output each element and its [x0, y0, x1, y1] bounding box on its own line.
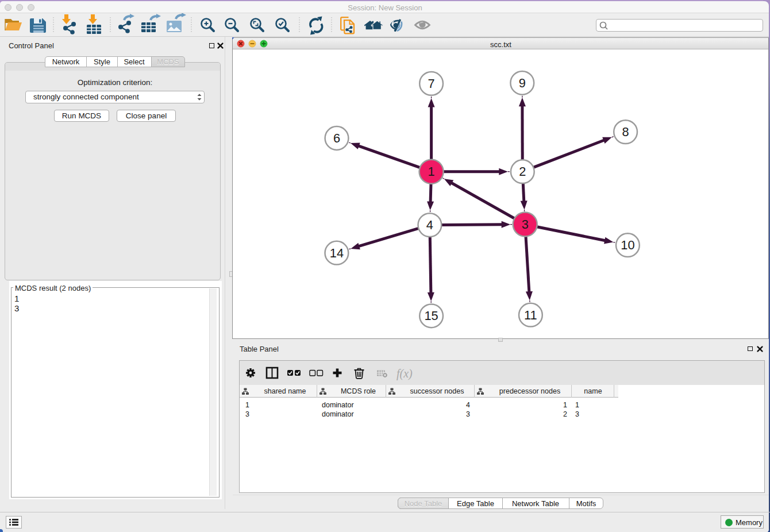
svg-text:1: 1 [428, 164, 435, 179]
svg-text:4: 4 [426, 218, 433, 232]
svg-text:3: 3 [522, 217, 529, 232]
svg-text:9: 9 [519, 76, 526, 90]
svg-text:f(x): f(x) [396, 367, 413, 380]
svg-text:15: 15 [424, 309, 438, 323]
svg-text:14: 14 [330, 246, 344, 260]
svg-text:11: 11 [524, 308, 537, 322]
svg-text:10: 10 [621, 238, 634, 252]
svg-text:8: 8 [622, 125, 629, 139]
svg-text:6: 6 [333, 131, 340, 145]
svg-text:2: 2 [519, 164, 526, 179]
svg-text:7: 7 [428, 76, 435, 91]
